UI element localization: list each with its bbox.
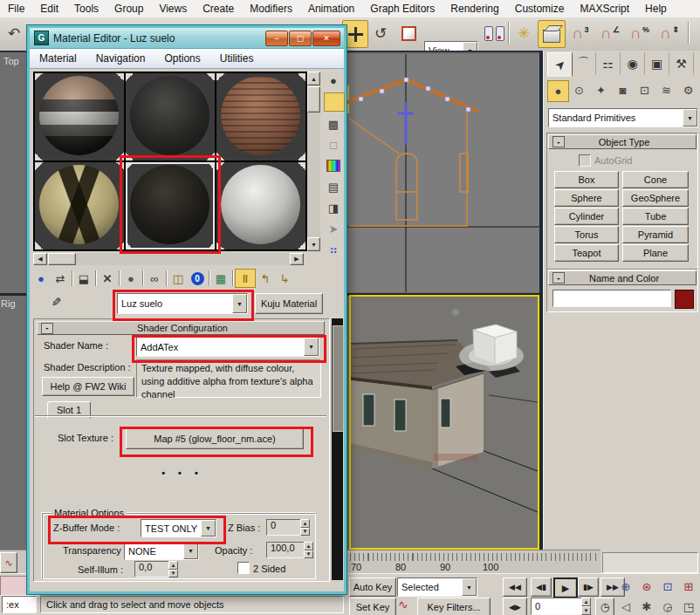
menu-material[interactable]: Material [30, 52, 86, 65]
snaps-toggle-button[interactable] [538, 20, 566, 48]
menu-maxscript[interactable]: MAXScript [572, 3, 637, 15]
chevron-down-icon[interactable]: ▼ [462, 578, 477, 596]
spinner-up-icon[interactable]: ▲ [168, 561, 178, 570]
category-shapes[interactable]: ⊙ [569, 80, 589, 100]
material-id-channel-icon[interactable]: 0 [188, 270, 207, 287]
time-configuration-button[interactable]: ◷ [595, 598, 614, 615]
spinner-down-icon[interactable]: ▼ [581, 606, 591, 615]
zoom-extents-all-button[interactable]: ⊞ [679, 577, 698, 595]
sample-slot-1[interactable] [35, 73, 124, 161]
menu-file[interactable]: File [0, 3, 32, 15]
scroll-left-icon[interactable]: ◀ [33, 253, 47, 265]
opacity-field[interactable]: 100,0 [266, 542, 306, 558]
opacity-spinner[interactable]: ▲ ▼ [304, 542, 313, 558]
sample-type-icon[interactable]: ● [324, 72, 343, 89]
menu-edit[interactable]: Edit [32, 3, 66, 15]
chevron-down-icon[interactable]: ▼ [683, 109, 697, 126]
zoom-all-button[interactable]: ⊛ [637, 577, 656, 595]
menu-group[interactable]: Group [106, 3, 151, 15]
tab-hierarchy[interactable]: ⚏ [596, 52, 621, 75]
create-teapot-button[interactable]: Teapot [554, 244, 619, 262]
create-box-button[interactable]: Box [554, 171, 619, 188]
scroll-right-icon[interactable]: ▶ [290, 253, 304, 265]
slot-texture-map-button[interactable]: Map #5 (glow_floor_nm.ace) [126, 428, 304, 449]
go-to-start-button[interactable]: ◀◀ [503, 577, 527, 597]
two-sided-checkbox[interactable] [237, 562, 250, 574]
chevron-down-icon[interactable]: ▼ [304, 338, 319, 356]
collapse-icon[interactable]: - [41, 323, 53, 334]
create-sphere-button[interactable]: Sphere [554, 189, 619, 207]
use-center-button[interactable] [482, 20, 506, 46]
sample-uv-tiling-icon[interactable]: □ [324, 136, 343, 154]
video-color-check-icon[interactable] [324, 157, 343, 174]
make-material-copy-icon[interactable]: ● [121, 270, 141, 287]
create-cylinder-button[interactable]: Cylinder [554, 208, 619, 225]
transparency-dropdown[interactable]: NONE ▼ [124, 542, 199, 560]
spinner-up-icon[interactable]: ▲ [300, 519, 310, 528]
show-map-in-viewport-icon[interactable]: ▦ [211, 270, 230, 287]
primitive-category-dropdown[interactable]: Standard Primitives ▼ [548, 108, 698, 127]
category-cameras[interactable]: ◙ [613, 80, 633, 100]
mini-curve-editor-button[interactable]: ∿ [0, 552, 17, 573]
menu-utilities[interactable]: Utilities [210, 52, 264, 65]
select-by-material-icon[interactable]: ➤ [324, 220, 343, 237]
object-color-swatch[interactable] [675, 290, 694, 309]
create-plane-button[interactable]: Plane [622, 244, 689, 262]
scroll-down-icon[interactable]: ▼ [307, 237, 320, 251]
tab-create[interactable]: ➤ [547, 52, 573, 77]
tab-motion[interactable]: ◉ [621, 52, 645, 75]
snaps-toggle-3d-button[interactable]: ∩3 [567, 20, 594, 46]
angle-snap-button[interactable]: ∩∠ [597, 20, 623, 46]
spinner-down-icon[interactable]: ▼ [304, 550, 313, 559]
autogrid-checkbox[interactable] [579, 154, 591, 167]
tab-utilities[interactable]: ⚒ [669, 52, 694, 75]
create-cone-button[interactable]: Cone [622, 171, 689, 188]
arc-rotate-button[interactable]: ◶ [658, 598, 677, 615]
shader-config-rollout-header[interactable]: - Shader Configuration [37, 321, 325, 335]
spinner-down-icon[interactable]: ▼ [300, 528, 310, 536]
new-key-curve-icon[interactable]: ∿ [398, 598, 414, 615]
scrollbar-thumb[interactable] [307, 86, 320, 113]
select-and-rotate-button[interactable]: ↺ [368, 20, 393, 46]
name-color-rollout-header[interactable]: - Name and Color [548, 270, 697, 285]
zoom-button[interactable]: ⊕ [616, 577, 635, 595]
spinner-up-icon[interactable]: ▲ [581, 598, 591, 606]
category-helpers[interactable]: ⊡ [635, 80, 655, 100]
make-unique-icon[interactable]: ∞ [145, 270, 164, 287]
backlight-icon[interactable] [324, 92, 345, 112]
spinner-up-icon[interactable]: ▲ [304, 542, 313, 550]
undo-icon[interactable]: ↶ [2, 20, 26, 46]
tab-modify[interactable]: ⌒ [572, 52, 596, 75]
front-viewport[interactable] [346, 54, 539, 292]
assign-material-to-selection-icon[interactable]: ⬓ [74, 270, 93, 287]
background-icon[interactable]: ▩ [324, 115, 343, 133]
menu-graph-editors[interactable]: Graph Editors [362, 3, 443, 15]
chevron-down-icon[interactable]: ▼ [183, 543, 198, 559]
key-filters-button[interactable]: Key Filters... [417, 598, 491, 615]
key-mode-toggle-button[interactable]: ◀▶ [503, 598, 527, 615]
marker-cube[interactable] [473, 325, 517, 365]
field-of-view-button[interactable]: ◁ [616, 598, 635, 615]
spinner-down-icon[interactable]: ▼ [168, 570, 178, 578]
self-illum-spinner[interactable]: ▲ ▼ [168, 561, 178, 577]
previous-frame-button[interactable]: ◀▮ [531, 577, 552, 597]
viewport-top-label[interactable]: Top [3, 56, 19, 66]
material-editor-titlebar[interactable]: G Material Editor - Luz suelo – ▢ ✕ [30, 28, 344, 49]
pick-material-from-object-icon[interactable]: ✎ [49, 297, 63, 307]
material-map-navigator-icon[interactable]: ⠶ [324, 241, 343, 258]
sample-slot-2[interactable] [126, 73, 215, 161]
zoom-extents-button[interactable]: ⊡ [658, 577, 677, 595]
spinner-snap-button[interactable]: ∩⇕ [656, 20, 683, 46]
minimize-button[interactable]: – [265, 31, 288, 46]
maximize-button[interactable]: ▢ [289, 31, 312, 46]
maxscript-mini-listener[interactable]: :ex [2, 596, 37, 613]
select-and-scale-button[interactable] [396, 20, 421, 46]
get-material-icon[interactable]: ● [31, 270, 51, 287]
menu-rendering[interactable]: Rendering [443, 3, 506, 15]
sample-horizontal-scrollbar[interactable]: ◀ ▶ [33, 253, 304, 265]
category-systems[interactable]: ⚙ [678, 80, 698, 100]
sample-slot-3[interactable] [216, 73, 305, 161]
min-max-toggle-button[interactable]: ◳ [679, 598, 698, 615]
sample-slot-6[interactable] [216, 162, 305, 249]
make-preview-icon[interactable]: ▤ [324, 178, 343, 195]
